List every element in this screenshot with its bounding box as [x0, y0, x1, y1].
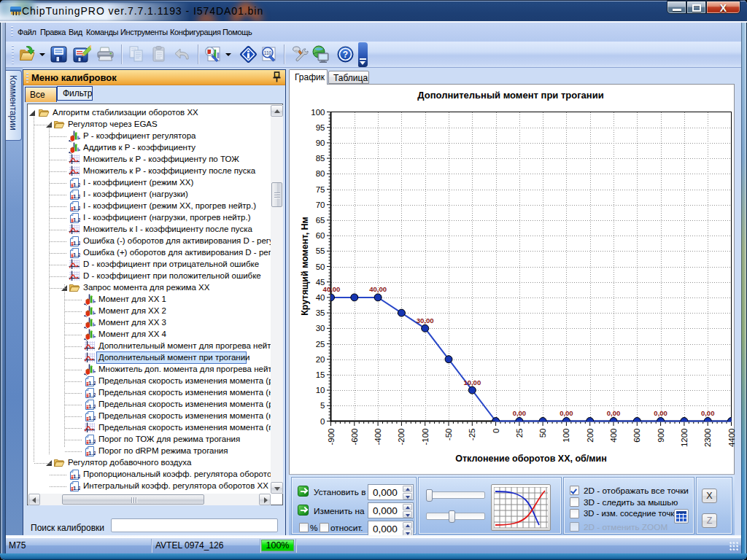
svg-text:Крутящий момент, Нм: Крутящий момент, Нм	[300, 217, 310, 316]
svg-text:-100: -100	[421, 429, 430, 446]
svg-text:100: 100	[311, 108, 325, 117]
svg-text:30,00: 30,00	[417, 316, 434, 324]
svg-text:-25: -25	[468, 429, 476, 441]
svg-text:55: 55	[316, 246, 325, 255]
svg-text:90: 90	[316, 139, 325, 147]
svg-text:25: 25	[515, 429, 524, 438]
svg-text:95: 95	[316, 123, 325, 132]
svg-text:1200: 1200	[680, 429, 689, 448]
svg-text:70: 70	[316, 201, 325, 209]
svg-text:35: 35	[316, 308, 325, 317]
svg-text:Отклонение оборотов ХХ, об/мин: Отклонение оборотов ХХ, об/мин	[455, 454, 606, 464]
svg-text:600: 600	[632, 429, 641, 443]
svg-text:10,00: 10,00	[463, 378, 481, 386]
svg-text:0,00: 0,00	[607, 409, 621, 417]
svg-text:30: 30	[316, 324, 325, 332]
svg-text:85: 85	[316, 154, 325, 163]
svg-text:15: 15	[316, 370, 325, 379]
svg-text:10: 10	[316, 386, 325, 394]
svg-text:0: 0	[320, 417, 325, 426]
svg-text:-400: -400	[374, 429, 382, 446]
svg-text:50: 50	[316, 262, 325, 271]
svg-text:75: 75	[316, 185, 325, 194]
svg-text:200: 200	[586, 429, 595, 443]
svg-text:40: 40	[316, 293, 325, 302]
svg-text:0,00: 0,00	[560, 409, 573, 417]
svg-text:40,00: 40,00	[369, 285, 387, 293]
svg-text:-200: -200	[397, 429, 406, 446]
svg-text:65: 65	[316, 216, 325, 225]
svg-text:0,00: 0,00	[513, 409, 527, 417]
svg-text:40,00: 40,00	[323, 285, 341, 293]
svg-text:Дополнительный момент при трог: Дополнительный момент при трогании	[417, 90, 603, 101]
svg-text:0: 0	[492, 429, 500, 433]
svg-text:-900: -900	[327, 429, 336, 446]
svg-text:-50: -50	[444, 429, 453, 441]
svg-text:100: 100	[562, 429, 570, 443]
svg-text:5: 5	[320, 401, 325, 410]
svg-text:4400: 4400	[727, 429, 736, 448]
svg-text:-600: -600	[350, 429, 359, 446]
svg-text:50: 50	[538, 429, 547, 438]
svg-text:80: 80	[316, 169, 325, 178]
svg-text:25: 25	[316, 340, 325, 349]
svg-text:2300: 2300	[703, 429, 712, 448]
svg-text:400: 400	[609, 429, 618, 443]
svg-text:20: 20	[316, 355, 325, 364]
svg-text:60: 60	[316, 231, 325, 240]
svg-text:0,00: 0,00	[701, 409, 715, 417]
svg-text:900: 900	[657, 429, 665, 443]
svg-text:0,00: 0,00	[654, 409, 667, 417]
